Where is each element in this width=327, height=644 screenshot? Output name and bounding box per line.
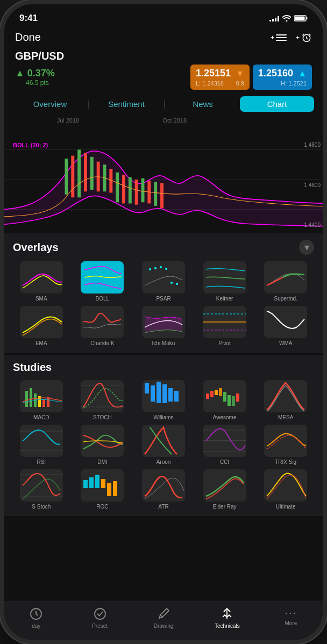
bid-price-box[interactable]: 1.25151 ▼ L: 1.24316 0.9 bbox=[190, 65, 250, 90]
tab-more[interactable]: ··· More bbox=[259, 606, 323, 629]
svg-rect-25 bbox=[160, 183, 164, 209]
study-williams[interactable]: Williams bbox=[135, 380, 192, 420]
study-ultimate[interactable]: Ultimate bbox=[257, 469, 314, 510]
scroll-content[interactable]: GBP/USD ▲ 0.37% 46.5 pts 1.25151 ▼ bbox=[4, 48, 323, 602]
study-aroon[interactable]: Aroon bbox=[135, 425, 192, 465]
svg-rect-14 bbox=[90, 157, 94, 190]
svg-rect-18 bbox=[116, 173, 119, 203]
done-button[interactable]: Done bbox=[15, 31, 41, 44]
study-rsi-thumb bbox=[20, 425, 63, 457]
ask-price-box[interactable]: 1.25160 ▲ H: 1.2521 bbox=[253, 65, 312, 90]
overlay-sma-thumb bbox=[20, 261, 63, 294]
study-trix-thumb bbox=[264, 425, 307, 457]
study-awesome[interactable]: Awesome bbox=[196, 380, 253, 420]
study-rsi[interactable]: RSI bbox=[13, 425, 70, 465]
price-label-3: 1.4400 bbox=[304, 222, 321, 228]
tab-drawing-label: Drawing bbox=[154, 623, 174, 629]
study-macd[interactable]: MACD bbox=[13, 380, 70, 420]
overlay-boll-thumb bbox=[81, 261, 124, 294]
study-macd-label: MACD bbox=[33, 414, 49, 420]
svg-rect-45 bbox=[157, 382, 161, 403]
overlay-supertnd-thumb bbox=[264, 261, 307, 294]
study-cci-thumb bbox=[203, 425, 246, 457]
study-stoch[interactable]: STOCH bbox=[74, 380, 131, 420]
chart-indicator: BOLL (20; 2) bbox=[9, 141, 52, 149]
svg-rect-53 bbox=[223, 392, 226, 402]
overlay-pivot[interactable]: Pivot bbox=[196, 306, 253, 346]
study-mesa-thumb bbox=[264, 380, 307, 412]
svg-rect-51 bbox=[215, 390, 218, 395]
ask-price: 1.25160 ▲ bbox=[258, 68, 307, 79]
tab-news[interactable]: News bbox=[166, 96, 240, 112]
overlay-chandek[interactable]: Chande K bbox=[74, 306, 131, 346]
svg-rect-46 bbox=[162, 384, 167, 403]
change-pts: 46.5 pts bbox=[26, 79, 55, 87]
tab-technicals[interactable]: Technicals bbox=[195, 606, 259, 629]
add-alarm-button[interactable]: + bbox=[295, 32, 312, 43]
overlays-collapse-button[interactable]: ▾ bbox=[299, 240, 314, 255]
study-cci[interactable]: CCI bbox=[196, 425, 253, 465]
study-stoch-label: STOCH bbox=[93, 414, 112, 420]
overlay-keltner[interactable]: Keltner bbox=[196, 261, 253, 302]
svg-rect-24 bbox=[154, 182, 157, 205]
day-badge: 1 bbox=[35, 611, 37, 616]
overlay-boll-label: BOLL bbox=[96, 296, 110, 302]
study-elderray-thumb bbox=[203, 469, 246, 502]
svg-rect-55 bbox=[232, 396, 235, 406]
study-elderray[interactable]: Elder Ray bbox=[196, 469, 253, 510]
overlay-keltner-thumb bbox=[203, 261, 246, 294]
overlay-supertnd[interactable]: Supertnd. bbox=[257, 261, 314, 302]
svg-rect-49 bbox=[206, 393, 209, 399]
study-awesome-label: Awesome bbox=[213, 414, 237, 420]
wifi-icon bbox=[282, 15, 291, 22]
tab-drawing[interactable]: Drawing bbox=[132, 606, 195, 629]
overlay-ichimoku[interactable]: Ichi Moku bbox=[135, 306, 192, 346]
tab-sentiment[interactable]: Sentiment bbox=[89, 96, 164, 112]
overlay-wma-label: WMA bbox=[279, 340, 292, 346]
study-sstoch[interactable]: S Stoch bbox=[13, 469, 70, 510]
overlay-psar[interactable]: PSAR bbox=[135, 261, 192, 302]
study-sstoch-label: S Stoch bbox=[32, 504, 51, 510]
svg-rect-68 bbox=[107, 483, 111, 496]
study-dmi[interactable]: DMI bbox=[74, 425, 131, 465]
study-mesa[interactable]: MESA bbox=[257, 380, 314, 420]
svg-rect-19 bbox=[122, 175, 125, 203]
study-trix-label: TRIX Sig bbox=[275, 459, 296, 465]
overlay-boll[interactable]: BOLL bbox=[74, 261, 131, 302]
tab-preset[interactable]: Preset bbox=[68, 606, 131, 629]
add-list-button[interactable]: + bbox=[271, 33, 287, 42]
tab-preset-icon-wrap bbox=[93, 606, 108, 621]
svg-rect-39 bbox=[42, 399, 45, 407]
price-label-2: 1.4600 bbox=[304, 182, 321, 188]
overlay-chandek-thumb bbox=[81, 306, 124, 338]
overlay-ema[interactable]: EMA bbox=[13, 306, 70, 346]
study-trix[interactable]: TRIX Sig bbox=[257, 425, 314, 465]
study-ultimate-thumb bbox=[264, 469, 307, 502]
svg-rect-4 bbox=[276, 37, 287, 38]
tab-day[interactable]: 1 day bbox=[4, 606, 68, 629]
tab-overview[interactable]: Overview bbox=[13, 96, 87, 112]
status-time: 9:41 bbox=[19, 13, 38, 24]
study-roc[interactable]: ROC bbox=[74, 469, 131, 510]
overlay-pivot-label: Pivot bbox=[218, 340, 230, 346]
overlay-sma[interactable]: SMA bbox=[13, 261, 70, 302]
svg-point-28 bbox=[160, 266, 162, 268]
svg-rect-69 bbox=[113, 481, 117, 496]
ticker-row: ▲ 0.37% 46.5 pts 1.25151 ▼ L: 1.24316 0.… bbox=[15, 65, 312, 90]
svg-rect-10 bbox=[65, 159, 68, 195]
ticker-change: ▲ 0.37% 46.5 pts bbox=[15, 68, 55, 87]
svg-rect-11 bbox=[71, 156, 74, 198]
tab-chart[interactable]: Chart bbox=[240, 96, 314, 112]
chart-date-2: Oct 2018 bbox=[162, 117, 187, 124]
svg-rect-21 bbox=[135, 180, 138, 205]
chart-area[interactable]: BOLL (20; 2) bbox=[4, 126, 323, 233]
study-roc-thumb bbox=[81, 469, 124, 502]
study-aroon-label: Aroon bbox=[157, 459, 171, 465]
svg-rect-44 bbox=[151, 385, 155, 402]
svg-rect-35 bbox=[25, 391, 28, 407]
study-atr[interactable]: ATR bbox=[135, 469, 192, 510]
tab-more-icon-wrap: ··· bbox=[285, 606, 297, 619]
svg-rect-20 bbox=[129, 177, 132, 204]
svg-rect-13 bbox=[84, 153, 87, 191]
overlay-wma[interactable]: WMA bbox=[257, 306, 314, 346]
